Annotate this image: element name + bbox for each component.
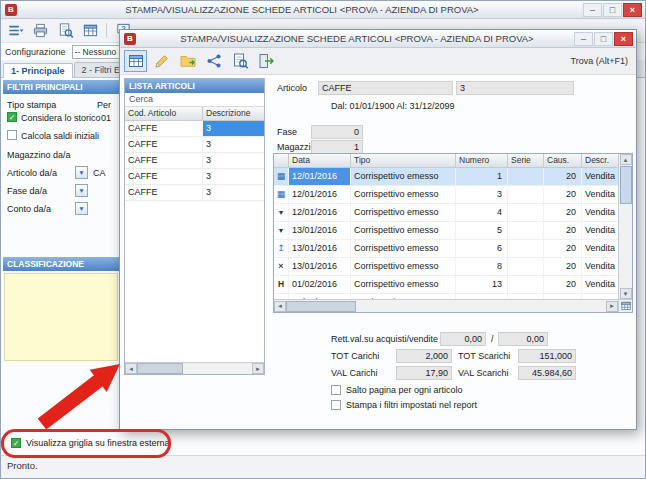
grid-cell: 20 (544, 186, 582, 203)
grid-cell: 6 (456, 240, 508, 257)
column-header-cod-articolo[interactable]: Cod. Articolo (125, 107, 203, 120)
open-folder-icon[interactable] (176, 50, 199, 72)
print-option-checkbox[interactable] (331, 385, 341, 395)
movement-type-icon: ↥ (274, 240, 289, 257)
classificazione-panel (4, 273, 118, 361)
list-item-code: CAFFE (125, 169, 203, 184)
grid-window-titlebar[interactable]: B STAMPA/VISUALIZZAZIONE SCHEDE ARTICOLI… (120, 30, 636, 48)
list-item[interactable]: CAFFE3 (125, 153, 264, 169)
edit-pencil-icon[interactable] (150, 50, 173, 72)
considera-storico-checkbox[interactable] (7, 112, 17, 122)
scroll-right-icon[interactable]: ► (606, 301, 618, 312)
conto-dropdown-button[interactable] (75, 202, 88, 215)
minimize-button[interactable]: – (574, 32, 593, 46)
print-option-label: Salto pagina per ogni articolo (346, 385, 463, 395)
grid-column-header[interactable]: Tipo (351, 154, 456, 167)
article-list-body: CAFFE3CAFFE3CAFFE3CAFFE3CAFFE3 (125, 121, 264, 362)
grid-cell: 20 (544, 168, 582, 185)
grid-settings-button[interactable] (618, 299, 632, 312)
tot-scarichi-field: 151,000 (518, 349, 576, 363)
article-list-hscrollbar[interactable]: ◄ ► (125, 362, 264, 374)
grid-cell: 8 (456, 258, 508, 275)
articolo-daa-value[interactable]: CA (93, 168, 119, 178)
lista-articoli-header: LISTA ARTICOLI (125, 79, 264, 93)
maximize-button[interactable]: □ (603, 3, 622, 17)
grid-row[interactable]: ▦12/01/2016Corrispettivo emesso320Vendit… (274, 186, 633, 204)
exit-icon[interactable] (254, 50, 277, 72)
grid-cell: 01/02/2016 (289, 276, 351, 293)
magazzino-value-field: 1 (311, 140, 363, 154)
scroll-down-icon[interactable]: ▼ (620, 288, 632, 299)
articolo-code-field: CAFFE (318, 81, 453, 95)
grid-row[interactable]: ↥13/01/2016Corrispettivo emesso620Vendit… (274, 240, 633, 258)
column-header-descrizione[interactable]: Descrizione (203, 107, 264, 120)
print-icon[interactable] (29, 21, 51, 41)
grid-cell: 13/01/2016 (289, 258, 351, 275)
grid-row[interactable]: H01/02/2016Corrispettivo emesso1320Vendi… (274, 276, 633, 294)
preview-icon[interactable] (228, 50, 251, 72)
list-item-desc: 3 (203, 137, 264, 152)
grid-vscrollbar[interactable]: ▲ ▼ (618, 154, 632, 299)
rett-val-acquisti-field: 0,00 (440, 332, 486, 346)
grid-row[interactable]: ▦12/01/2016Corrispettivo emesso120Vendit… (274, 168, 633, 186)
articolo-dropdown-button[interactable] (75, 166, 88, 179)
scrollbar-thumb[interactable] (620, 166, 632, 204)
grid-column-header[interactable]: Caus. (544, 154, 582, 167)
table-icon[interactable] (79, 21, 101, 41)
main-window-title: STAMPA/VISUALIZZAZIONE SCHEDE ARTICOLI <… (21, 4, 583, 15)
list-item[interactable]: CAFFE3 (125, 185, 264, 201)
grid-cell (508, 168, 544, 185)
calcola-saldi-checkbox[interactable] (7, 130, 17, 140)
articolo-label: Articolo (277, 83, 307, 93)
scroll-left-icon[interactable]: ◄ (125, 363, 137, 374)
scroll-right-icon[interactable]: ► (252, 363, 264, 374)
share-icon[interactable] (202, 50, 225, 72)
print-preview-icon[interactable] (54, 21, 76, 41)
grid-hscrollbar[interactable]: ◄ ► (274, 299, 618, 312)
maximize-button[interactable]: □ (594, 32, 613, 46)
menu-icon[interactable] (4, 21, 26, 41)
grid-cell (508, 222, 544, 239)
fase-dropdown-button[interactable] (75, 184, 88, 197)
grid-cell: 20 (544, 258, 582, 275)
list-item[interactable]: CAFFE3 (125, 137, 264, 153)
grid-cell: 4 (456, 204, 508, 221)
val-scarichi-field: 45.984,60 (518, 366, 576, 380)
grid-row[interactable]: ▼13/01/2016Corrispettivo emesso520Vendit… (274, 222, 633, 240)
grid-row[interactable]: ▼12/01/2016Corrispettivo emesso420Vendit… (274, 204, 633, 222)
minimize-button[interactable]: – (583, 3, 602, 17)
grid-row[interactable]: ×13/01/2016Corrispettivo emesso820Vendit… (274, 258, 633, 276)
grid-cell: Corrispettivo emesso (351, 222, 456, 239)
scroll-up-icon[interactable]: ▲ (620, 154, 632, 165)
movement-type-icon: ▦ (274, 186, 289, 203)
article-list-column-headers: Cod. Articolo Descrizione (125, 107, 264, 121)
close-button[interactable]: × (614, 32, 633, 46)
considera-storico-label: Considera lo storico (21, 113, 101, 123)
grid-cell: 20 (544, 276, 582, 293)
grid-cell: Corrispettivo emesso (351, 240, 456, 257)
val-scarichi-label: VAL Scarichi (458, 368, 509, 378)
rett-val-label: Rett.val.su acquisti/vendite (331, 334, 438, 344)
grid-column-header[interactable]: Serie (508, 154, 544, 167)
scroll-left-icon[interactable]: ◄ (274, 301, 286, 312)
print-option-checkbox[interactable] (331, 400, 341, 410)
external-grid-checkbox[interactable] (11, 438, 21, 448)
tipo-stampa-value[interactable]: Per (97, 100, 119, 110)
search-input[interactable]: Cerca (125, 93, 264, 107)
list-item-desc: 3 (203, 185, 264, 200)
close-button[interactable]: × (623, 3, 642, 17)
grid-cell: Corrispettivo emesso (351, 204, 456, 221)
grid-view-icon[interactable] (124, 50, 147, 72)
list-item[interactable]: CAFFE3 (125, 121, 264, 137)
list-item-code: CAFFE (125, 185, 203, 200)
list-item[interactable]: CAFFE3 (125, 169, 264, 185)
grid-column-header[interactable]: Data (289, 154, 351, 167)
tab-principale[interactable]: 1- Principale (3, 63, 73, 78)
scrollbar-thumb[interactable] (286, 301, 356, 312)
grid-cell (508, 258, 544, 275)
main-window-titlebar[interactable]: B STAMPA/VISUALIZZAZIONE SCHEDE ARTICOLI… (1, 1, 645, 19)
storico-date-value[interactable]: 01 (101, 113, 119, 123)
grid-column-header[interactable]: Numero (456, 154, 508, 167)
find-shortcut-label[interactable]: Trova (Alt+F1) (571, 56, 632, 66)
scrollbar-thumb[interactable] (137, 363, 183, 374)
